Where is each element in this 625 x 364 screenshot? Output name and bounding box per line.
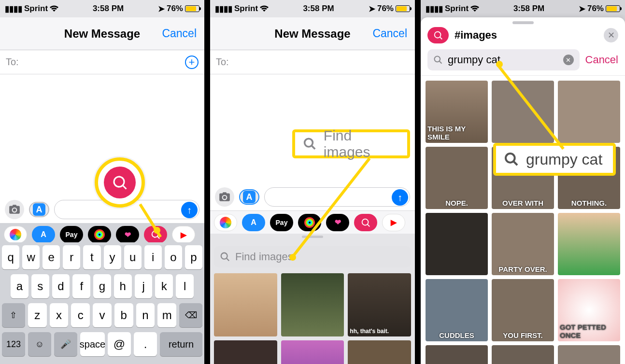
compose-bar: A ↑ [210, 183, 415, 210]
carrier-label: Sprint [445, 4, 469, 14]
gif-thumbnail[interactable]: hh, that's bait. [348, 273, 411, 336]
status-bar: ▮▮▮▮ Sprint 3:58 PM ➤ 76% [210, 0, 415, 17]
sheet-header: #images ✕ [421, 27, 625, 49]
cancel-button[interactable]: Cancel [162, 27, 197, 40]
applepay-app-icon[interactable]: Pay [270, 214, 293, 231]
youtube-app-icon[interactable]: ▶ [172, 226, 195, 243]
at-key[interactable]: @ [108, 332, 131, 356]
find-images-placeholder: Find images [235, 251, 293, 263]
appstore-app-icon[interactable]: A [242, 214, 265, 231]
key-t[interactable]: t [83, 245, 100, 269]
send-button[interactable]: ↑ [181, 202, 198, 218]
key-n[interactable]: n [136, 303, 155, 327]
key-d[interactable]: d [52, 274, 70, 298]
result-thumbnail[interactable] [558, 81, 620, 143]
search-cancel-button[interactable]: Cancel [585, 54, 618, 66]
key-o[interactable]: o [165, 245, 182, 269]
sheet-grabber[interactable] [512, 21, 534, 24]
carrier-label: Sprint [24, 4, 48, 14]
dot-key[interactable]: . [134, 332, 157, 356]
result-thumbnail[interactable] [558, 345, 620, 364]
key-i[interactable]: i [144, 245, 162, 269]
sheet-search-input[interactable]: grumpy cat ✕ [427, 49, 580, 70]
key-h[interactable]: h [114, 274, 132, 298]
key-c[interactable]: c [71, 303, 90, 327]
camera-button[interactable] [5, 200, 24, 219]
key-m[interactable]: m [157, 303, 176, 327]
result-thumbnail[interactable] [426, 345, 488, 364]
images-app-badge-icon [427, 27, 449, 43]
key-b[interactable]: b [114, 303, 133, 327]
app-drawer-button[interactable]: A [29, 202, 49, 217]
result-thumbnail[interactable]: PARTY OVER. [492, 213, 554, 275]
app-drawer-button[interactable]: A [239, 189, 259, 205]
keyboard-row-1: q w e r t y u i o p [2, 245, 202, 269]
key-j[interactable]: j [135, 274, 153, 298]
to-field-row[interactable]: To: [210, 50, 415, 74]
key-r[interactable]: r [63, 245, 80, 269]
key-k[interactable]: k [155, 274, 173, 298]
key-z[interactable]: z [28, 303, 47, 327]
nav-bar: New Message Cancel [0, 17, 204, 50]
photos-app-icon[interactable] [214, 214, 237, 231]
key-x[interactable]: x [50, 303, 69, 327]
key-s[interactable]: s [31, 274, 49, 298]
key-w[interactable]: w [22, 245, 40, 269]
dictation-key[interactable]: 🎤 [54, 332, 77, 356]
status-bar: ▮▮▮▮ Sprint 3:58 PM ➤ 76% [421, 0, 625, 17]
photos-app-icon[interactable] [4, 226, 27, 243]
key-q[interactable]: q [2, 245, 19, 269]
applepay-app-icon[interactable]: Pay [60, 226, 83, 243]
carrier-label: Sprint [234, 4, 258, 14]
key-a[interactable]: a [11, 274, 28, 298]
key-l[interactable]: l [176, 274, 194, 298]
key-g[interactable]: g [93, 274, 111, 298]
wifi-icon [470, 5, 479, 12]
emoji-key[interactable]: ☺ [28, 332, 51, 356]
result-thumbnail[interactable]: ATH TO AMERICA [492, 345, 554, 364]
gif-thumbnail[interactable] [214, 340, 277, 364]
battery-icon [606, 5, 620, 12]
gif-thumbnail[interactable] [348, 340, 411, 364]
key-v[interactable]: v [93, 303, 112, 327]
result-thumbnail[interactable]: YOU FIRST. [492, 279, 554, 341]
result-thumbnail[interactable]: GOT PETTED ONCE [558, 279, 620, 341]
find-images-search[interactable]: Find images [214, 246, 411, 267]
key-p[interactable]: p [185, 245, 202, 269]
close-sheet-button[interactable]: ✕ [604, 28, 618, 42]
wifi-icon [260, 5, 269, 12]
key-y[interactable]: y [104, 245, 121, 269]
gif-thumbnail[interactable] [281, 273, 344, 336]
youtube-app-icon[interactable]: ▶ [382, 214, 405, 231]
key-f[interactable]: f [72, 274, 90, 298]
key-e[interactable]: e [43, 245, 60, 269]
shift-key[interactable]: ⇧ [2, 303, 25, 327]
space-key[interactable]: space [80, 332, 105, 356]
location-icon: ➤ [579, 4, 585, 14]
result-thumbnail[interactable] [558, 213, 620, 275]
digitaltouch-app-icon[interactable]: ❤ [116, 226, 139, 243]
result-thumbnail[interactable]: THIS IS MY SMILE [426, 81, 488, 143]
activity-app-icon[interactable] [88, 226, 111, 243]
cancel-button[interactable]: Cancel [372, 27, 407, 40]
keyboard-row-2: a s d f g h j k l [2, 274, 202, 298]
result-thumbnail[interactable]: CUDDLES [426, 279, 488, 341]
digitaltouch-app-icon[interactable]: ❤ [326, 214, 349, 231]
result-thumbnail[interactable] [426, 213, 488, 275]
appstore-app-icon[interactable]: A [32, 226, 55, 243]
clear-search-button[interactable]: ✕ [563, 55, 574, 65]
return-key[interactable]: return [160, 332, 202, 356]
to-field-row[interactable]: To: + [0, 50, 204, 74]
gif-thumbnail[interactable] [281, 340, 344, 364]
key-u[interactable]: u [124, 245, 142, 269]
svg-point-7 [506, 154, 515, 163]
gif-thumbnail[interactable] [214, 273, 277, 336]
result-thumbnail[interactable]: NOPE. [426, 147, 488, 209]
result-thumbnail[interactable] [492, 81, 554, 143]
numbers-key[interactable]: 123 [2, 332, 25, 356]
images-app-icon[interactable] [354, 214, 377, 231]
send-button[interactable]: ↑ [392, 189, 408, 206]
camera-button[interactable] [215, 187, 234, 207]
add-contact-button[interactable]: + [185, 56, 199, 69]
backspace-key[interactable]: ⌫ [179, 303, 202, 327]
